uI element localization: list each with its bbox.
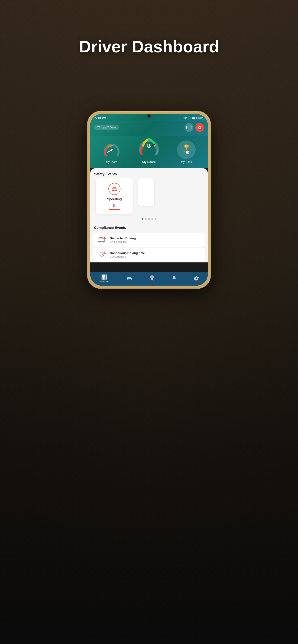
- distracted-driving-detail: 0% | 2 minutes: [110, 240, 201, 243]
- dot-1: [142, 218, 143, 220]
- speeding-icon: [112, 187, 117, 191]
- speeding-name: Speeding: [107, 197, 122, 201]
- score-section: 4 My Team: [90, 136, 208, 168]
- nav-dashboard[interactable]: 📊 Dashboard: [99, 274, 109, 283]
- svg-rect-3: [191, 117, 191, 120]
- speeding-card[interactable]: Speeding 5: [96, 178, 133, 214]
- my-score-value: 10: [146, 143, 152, 148]
- status-time: 5:13 PM: [95, 116, 106, 120]
- my-rank-circle: 🏆 1/5: [177, 140, 196, 159]
- svg-point-38: [128, 279, 128, 280]
- nav-truck[interactable]: [127, 276, 132, 282]
- record-icon: [198, 126, 201, 129]
- bell-icon: [172, 276, 176, 280]
- continuous-driving-item[interactable]: ! Continuous Driving time 2 occurrences: [93, 248, 205, 262]
- phone-camera: [147, 114, 151, 118]
- dot-2: [145, 218, 147, 220]
- header-actions: [184, 123, 204, 132]
- distracted-driving-text: Distracted Driving 0% | 2 minutes: [110, 236, 201, 243]
- content-area: Safety Events: [90, 168, 208, 262]
- svg-rect-2: [190, 118, 190, 120]
- truck-icon: [127, 276, 132, 280]
- svg-rect-22: [112, 189, 117, 190]
- gear-icon: [194, 276, 199, 280]
- nav-alerts[interactable]: [172, 276, 176, 282]
- page-title: Driver Dashboard: [79, 37, 219, 56]
- svg-point-16: [199, 126, 200, 128]
- battery-pct: 70%: [198, 117, 203, 120]
- distracted-driving-name: Distracted Driving: [110, 236, 201, 240]
- dot-4: [151, 218, 153, 220]
- distracted-driving-item[interactable]: ! Distracted Driving 0% | 2 minutes: [93, 233, 205, 247]
- nav-dashboard-label: Dashboard: [99, 280, 109, 283]
- my-team-label: My Team: [106, 160, 117, 164]
- date-filter[interactable]: Last 7 Days: [94, 125, 119, 130]
- svg-rect-7: [97, 126, 100, 129]
- nav-settings[interactable]: [194, 276, 199, 282]
- partial-safety-card: [138, 178, 154, 206]
- my-score-gauge: 10: [137, 136, 161, 159]
- continuous-driving-name: Continuous Driving time: [110, 251, 201, 255]
- calendar-icon: [97, 126, 100, 129]
- continuous-driving-text: Continuous Driving time 2 occurrences: [110, 251, 201, 258]
- safety-events-scroll[interactable]: Speeding 5: [90, 178, 208, 216]
- app-header: Last 7 Days: [90, 121, 208, 136]
- phone-container: 5:13 PM: [88, 111, 210, 288]
- compliance-events-title: Compliance Events: [90, 222, 208, 232]
- continuous-driving-icon: !: [97, 250, 107, 259]
- speeding-icon-circle: [108, 183, 120, 195]
- signal-icon: [188, 117, 191, 120]
- dots-indicator: [90, 216, 208, 222]
- bell-nav-icon: [172, 276, 176, 282]
- continuous-driving-detail: 2 occurrences: [110, 255, 201, 258]
- my-score-label: My Score: [142, 160, 156, 164]
- my-score-item: 10 My Score: [137, 136, 161, 164]
- truck-nav-icon: [127, 276, 132, 282]
- status-icons: 70%: [184, 117, 203, 120]
- speeding-count: 5: [109, 203, 120, 210]
- bottom-nav: 📊 Dashboard: [90, 272, 208, 286]
- my-team-score-item: 4 My Team: [102, 140, 121, 164]
- dot-5: [155, 218, 156, 220]
- safety-events-title: Safety Events: [90, 168, 208, 178]
- svg-text:!: !: [104, 237, 105, 239]
- distracted-car-icon: !: [98, 236, 106, 243]
- dashboard-nav-icon: 📊: [101, 274, 107, 280]
- continuous-car-icon: !: [98, 251, 106, 258]
- phone-screen: 5:13 PM: [90, 114, 208, 286]
- gear-nav-icon: [194, 276, 199, 282]
- my-rank-label: My Rank: [181, 160, 192, 164]
- svg-point-41: [153, 279, 154, 280]
- phone-inner: 5:13 PM: [90, 114, 208, 286]
- svg-rect-1: [189, 118, 189, 120]
- svg-point-39: [131, 279, 131, 280]
- trophy-icon: 🏆: [183, 144, 190, 150]
- car-monitor-button[interactable]: [184, 123, 193, 132]
- bg-dashboard-overlay: [0, 0, 298, 644]
- nav-location[interactable]: [150, 276, 154, 282]
- my-team-value: 4: [111, 148, 113, 153]
- location-icon: [150, 276, 154, 280]
- date-filter-label: Last 7 Days: [101, 126, 116, 129]
- phone-frame: 5:13 PM: [88, 111, 210, 288]
- svg-point-14: [187, 127, 188, 127]
- svg-rect-6: [192, 118, 195, 119]
- distracted-driving-icon: !: [97, 236, 107, 244]
- svg-rect-5: [197, 118, 197, 119]
- record-button[interactable]: [195, 123, 204, 132]
- my-rank-item: 🏆 1/5 My Rank: [177, 140, 196, 164]
- svg-rect-0: [188, 118, 188, 120]
- car-monitor-icon: [186, 126, 191, 130]
- my-team-gauge: 4: [102, 140, 121, 159]
- battery-icon: [192, 117, 197, 120]
- wifi-icon: [184, 117, 187, 120]
- dot-3: [148, 218, 150, 220]
- my-rank-value: 1/5: [184, 151, 189, 155]
- location-nav-icon: [150, 276, 154, 282]
- svg-text:!: !: [104, 252, 105, 254]
